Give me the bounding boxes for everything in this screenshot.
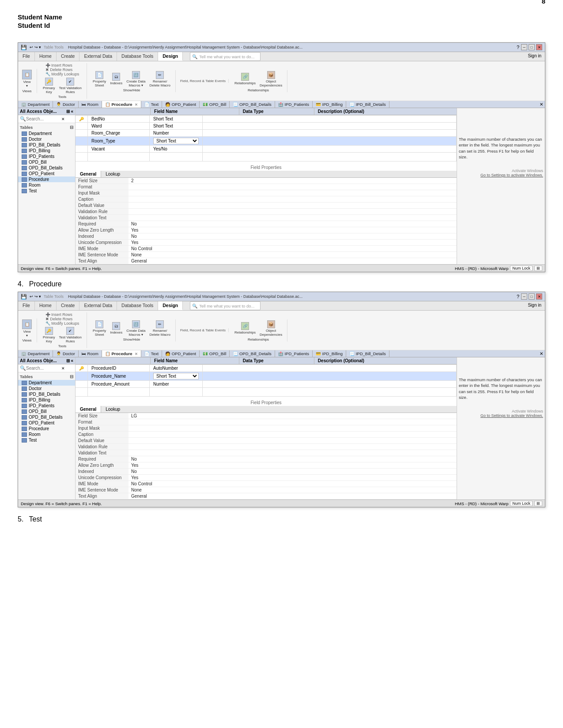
nav-tabs-close-2[interactable]: ✕: [538, 350, 545, 357]
sidebar-toggle-1[interactable]: ⊞ «: [66, 109, 73, 114]
sidebar-item-procedure-1[interactable]: Procedure: [18, 176, 75, 182]
prop-val-caption-1[interactable]: [128, 196, 457, 203]
sidebar-item-department-2[interactable]: Department: [18, 380, 75, 386]
indexes-btn-2[interactable]: 🗂 Indexes: [109, 321, 124, 335]
nav-tab-text-1[interactable]: 📄 Text: [141, 101, 162, 108]
nav-tab-procedure-2[interactable]: 📋 Procedure ✕: [102, 350, 141, 357]
tab-home-2[interactable]: Home: [35, 301, 57, 310]
sidebar-search-input-2[interactable]: [26, 366, 61, 371]
view-btn-2[interactable]: 📋 View▾: [21, 319, 33, 338]
delete-rows-btn-1[interactable]: ✖ Delete Rows: [45, 68, 73, 72]
nav-tab-ipd-patients-1[interactable]: 🏥 IPD_Patients: [275, 101, 313, 108]
sidebar-item-doctor-1[interactable]: Doctor: [18, 136, 75, 142]
nav-tab-ipd-bill-details-1[interactable]: 📃 IPD_Bill_Details: [346, 101, 389, 108]
nav-tab-department-2[interactable]: 🏢 Department: [18, 350, 53, 357]
nav-tab-ipd-patients-2[interactable]: 🏥 IPD_Patients: [275, 350, 313, 357]
tab-file-1[interactable]: File: [18, 52, 35, 61]
activate-link-1[interactable]: Go to Settings to activate Windows.: [459, 173, 543, 177]
window-controls-1[interactable]: ─ □ ✕: [521, 44, 542, 50]
nav-tab-opd-bill-2[interactable]: 💵 OPD_Bill: [200, 350, 230, 357]
data-type-select-room-type[interactable]: Short Text Number Yes/No: [153, 138, 199, 144]
tab-database-2[interactable]: Database Tools: [117, 301, 158, 310]
prop-val-fieldsize-1[interactable]: 2: [128, 178, 457, 184]
sidebar-item-opd-bill-1[interactable]: OPD_Bill: [18, 159, 75, 165]
sidebar-item-procedure-2[interactable]: Procedure: [18, 426, 75, 432]
nav-tab-opd-patient-1[interactable]: 🧑 OPD_Patient: [162, 101, 200, 108]
prop-val-defaultval-2[interactable]: [128, 438, 457, 444]
prop-val-inputmask-2[interactable]: [128, 425, 457, 432]
sidebar-section-toggle-1[interactable]: ⊟: [70, 125, 73, 130]
nav-tab-opd-bill-1[interactable]: 💵 OPD_Bill: [200, 101, 230, 108]
nav-tab-ipd-billing-2[interactable]: 💳 IPD_Billing: [313, 350, 346, 357]
nav-tab-room-1[interactable]: 🛏 Room: [79, 101, 102, 108]
tab-file-2[interactable]: File: [18, 301, 35, 310]
prop-val-format-2[interactable]: [128, 419, 457, 425]
property-sheet-btn-2[interactable]: 📄 PropertySheet: [91, 319, 107, 338]
object-dep-btn-2[interactable]: 📦 ObjectDependencies: [258, 319, 283, 338]
nav-tab-doctor-2[interactable]: 👨‍⚕️ Doctor: [53, 350, 79, 357]
activate-link-2[interactable]: Go to Settings to activate Windows.: [459, 413, 543, 418]
primary-key-btn-2[interactable]: 🔑 PrimaryKey: [42, 326, 57, 344]
tab-external-1[interactable]: External Data: [79, 52, 117, 61]
sidebar-item-doctor-2[interactable]: Doctor: [18, 386, 75, 391]
sidebar-item-ipd-billing-2[interactable]: IPD_Billing: [18, 397, 75, 403]
delete-rows-btn-2[interactable]: ✖ Delete Rows: [45, 317, 73, 321]
prop-val-unicode-2[interactable]: Yes: [128, 475, 457, 481]
nav-tab-text-2[interactable]: 📄 Text: [141, 350, 162, 357]
nav-tab-opd-bill-details-2[interactable]: 📃 OPD_Bill_Details: [230, 350, 275, 357]
prop-val-required-2[interactable]: No: [128, 456, 457, 462]
view-btn-1[interactable]: 📋 View▾: [21, 69, 33, 89]
nav-tab-procedure-1[interactable]: 📋 Procedure ✕: [102, 101, 141, 108]
modify-lookups-btn-2[interactable]: 🔧 Modify Lookups: [45, 321, 79, 326]
test-validation-btn-1[interactable]: ✔ Test ValidationRules: [58, 77, 83, 95]
prop-val-validationtext-1[interactable]: [128, 215, 457, 221]
prop-val-indexed-2[interactable]: No: [128, 469, 457, 475]
nav-tab-room-2[interactable]: 🛏 Room: [79, 350, 102, 357]
create-data-btn-2[interactable]: 🔢 Create DataMacros ▾: [125, 319, 147, 338]
minimize-btn-2[interactable]: ─: [521, 293, 527, 300]
sidebar-search-2[interactable]: 🔍 ✕: [18, 364, 75, 372]
sidebar-search-1[interactable]: 🔍 ✕: [18, 115, 75, 123]
prop-val-imemode-2[interactable]: No Control: [128, 481, 457, 487]
sidebar-search-input-1[interactable]: [26, 116, 61, 121]
prop-val-caption-2[interactable]: [128, 432, 457, 438]
maximize-btn-1[interactable]: □: [529, 44, 535, 50]
prop-val-unicode-1[interactable]: Yes: [128, 240, 457, 246]
nav-tab-department-1[interactable]: 🏢 Department: [18, 101, 53, 108]
sidebar-item-opd-bill-2[interactable]: OPD_Bill: [18, 409, 75, 414]
close-procedure-1[interactable]: ✕: [135, 103, 138, 107]
sidebar-item-test-1[interactable]: Test: [18, 188, 75, 194]
prop-val-indexed-1[interactable]: No: [128, 233, 457, 240]
nav-tab-opd-bill-details-1[interactable]: 📃 OPD_Bill_Details: [230, 101, 275, 108]
sidebar-toggle-2[interactable]: ⊞ «: [66, 358, 73, 363]
prop-val-validationtext-2[interactable]: [128, 450, 457, 456]
object-dep-btn-1[interactable]: 📦 ObjectDependencies: [258, 70, 283, 88]
sign-in-2[interactable]: Sign in: [524, 301, 545, 310]
create-data-btn-1[interactable]: 🔢 Create DataMacros ▾: [125, 70, 147, 88]
sidebar-item-opd-bill-details-2[interactable]: OPD_Bill_Details: [18, 414, 75, 420]
modify-lookups-btn-1[interactable]: 🔧 Modify Lookups: [45, 72, 79, 76]
sidebar-item-opd-patient-2[interactable]: OPD_Patient: [18, 420, 75, 426]
tab-create-2[interactable]: Create: [57, 301, 80, 310]
sidebar-item-ipd-patients-1[interactable]: IPD_Patients: [18, 154, 75, 159]
rename-delete-btn-1[interactable]: ✏ Rename/Delete Macro: [148, 70, 172, 88]
prop-val-required-1[interactable]: No: [128, 221, 457, 227]
window-controls-2[interactable]: ─ □ ✕: [521, 293, 542, 300]
minimize-btn-1[interactable]: ─: [521, 44, 527, 50]
sidebar-section-toggle-2[interactable]: ⊟: [70, 374, 73, 379]
prop-val-imesentence-1[interactable]: None: [128, 252, 457, 258]
prop-val-format-1[interactable]: [128, 184, 457, 190]
data-type-select-procedure-name[interactable]: Short Text Number AutoNumber: [153, 373, 199, 379]
tab-external-2[interactable]: External Data: [79, 301, 117, 310]
rename-delete-btn-2[interactable]: ✏ Rename/Delete Macro: [148, 319, 172, 338]
tab-database-1[interactable]: Database Tools: [117, 52, 158, 61]
sidebar-item-room-2[interactable]: Room: [18, 432, 75, 437]
sidebar-item-ipd-bill-details-1[interactable]: IPD_Bill_Details: [18, 142, 75, 148]
sign-in-1[interactable]: Sign in: [524, 52, 545, 61]
prop-val-allowzero-2[interactable]: Yes: [128, 462, 457, 469]
sidebar-item-ipd-billing-1[interactable]: IPD_Billing: [18, 148, 75, 154]
property-sheet-btn-1[interactable]: 📄 PropertySheet: [91, 70, 107, 88]
prop-val-textalign-2[interactable]: General: [128, 493, 457, 499]
close-btn-2[interactable]: ✕: [536, 293, 542, 300]
close-procedure-2[interactable]: ✕: [135, 352, 138, 356]
